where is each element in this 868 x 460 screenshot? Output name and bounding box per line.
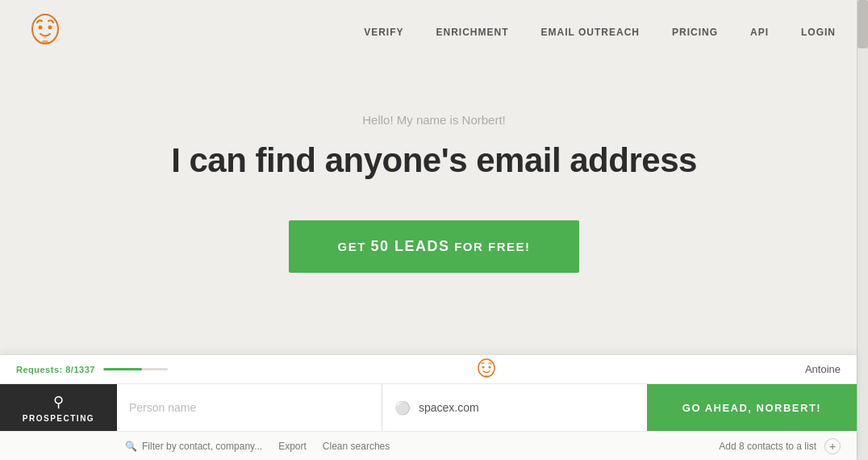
filter-left: 🔍 Filter by contact, company... Export C… xyxy=(125,441,390,452)
nav-login[interactable]: LOGIN xyxy=(801,27,836,38)
requests-info: Requests: 8/1337 xyxy=(16,365,168,374)
prospecting-button[interactable]: ⚲ PROSPECTING xyxy=(0,384,117,431)
filter-right: Add 8 contacts to a list + xyxy=(719,438,841,454)
app-filterbar: 🔍 Filter by contact, company... Export C… xyxy=(0,431,857,460)
nav-email-outreach[interactable]: EMAIL OUTREACH xyxy=(541,27,640,38)
prospecting-label: PROSPECTING xyxy=(23,414,94,423)
export-button[interactable]: Export xyxy=(278,441,307,452)
person-name-input[interactable] xyxy=(129,401,369,414)
search-filter-icon: 🔍 xyxy=(125,441,137,452)
nav-api[interactable]: API xyxy=(750,27,769,38)
svg-rect-7 xyxy=(485,375,488,378)
logo[interactable] xyxy=(24,11,66,53)
nav-verify[interactable]: VERIFY xyxy=(364,27,403,38)
progress-bar xyxy=(103,368,168,370)
filter-by-contact-button[interactable]: 🔍 Filter by contact, company... xyxy=(125,441,262,452)
svg-rect-3 xyxy=(42,40,48,44)
nav-links: VERIFY ENRICHMENT EMAIL OUTREACH PRICING… xyxy=(364,27,836,38)
svg-point-0 xyxy=(32,15,58,44)
globe-icon: ⚪ xyxy=(394,400,411,416)
svg-point-6 xyxy=(488,366,490,368)
svg-point-1 xyxy=(39,26,43,30)
domain-input-wrap: ⚪ xyxy=(382,384,647,431)
app-searchbar: ⚲ PROSPECTING ⚪ GO AHEAD, NORBERT! xyxy=(0,384,857,431)
search-icon: ⚲ xyxy=(53,393,64,411)
svg-point-2 xyxy=(48,26,52,30)
app-topbar: Requests: 8/1337 Antoine xyxy=(0,355,857,384)
go-button[interactable]: GO AHEAD, NORBERT! xyxy=(647,384,857,431)
add-contacts-button[interactable]: + xyxy=(824,438,841,454)
norbert-face-mini-icon xyxy=(474,357,499,383)
cta-prefix: GET xyxy=(337,240,370,253)
nav-enrichment[interactable]: ENRICHMENT xyxy=(436,27,509,38)
navbar: VERIFY ENRICHMENT EMAIL OUTREACH PRICING… xyxy=(0,0,868,65)
norbert-logo-icon xyxy=(24,11,66,53)
scrollbar-thumb[interactable] xyxy=(858,0,868,48)
add-contacts-label: Add 8 contacts to a list xyxy=(719,441,816,452)
cta-button[interactable]: GET 50 LEADS FOR FREE! xyxy=(289,220,578,273)
person-input-wrap xyxy=(117,384,382,431)
domain-input[interactable] xyxy=(419,401,635,414)
hero-title: I can find anyone's email address xyxy=(171,141,697,180)
app-topbar-center xyxy=(474,357,499,383)
cta-suffix: FOR FREE! xyxy=(450,240,531,253)
svg-point-4 xyxy=(478,359,495,377)
scrollbar[interactable] xyxy=(857,0,868,460)
progress-bar-fill xyxy=(103,368,142,370)
cta-highlight: 50 LEADS xyxy=(370,238,449,254)
app-panel: Requests: 8/1337 Antoine ⚲ PROSPECTING xyxy=(0,354,857,460)
svg-point-5 xyxy=(482,366,484,368)
hero-subtitle: Hello! My name is Norbert! xyxy=(362,113,506,127)
filter-label: Filter by contact, company... xyxy=(142,441,262,452)
user-name: Antoine xyxy=(805,363,841,375)
hero-section: Hello! My name is Norbert! I can find an… xyxy=(0,65,868,273)
clean-searches-button[interactable]: Clean searches xyxy=(323,441,390,452)
nav-pricing[interactable]: PRICING xyxy=(672,27,718,38)
requests-label: Requests: 8/1337 xyxy=(16,365,95,374)
